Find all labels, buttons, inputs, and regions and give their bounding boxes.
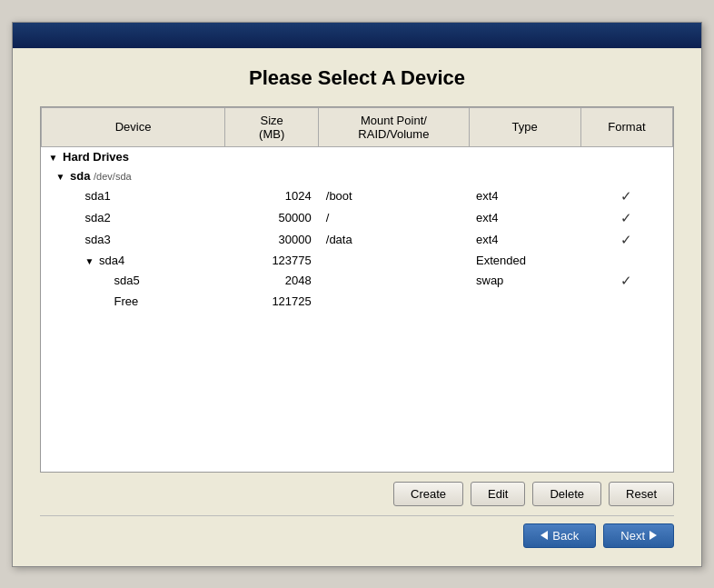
row-sda5[interactable]: sda5 2048 swap ✓ <box>42 270 673 292</box>
col-device: Device <box>42 107 225 146</box>
col-mount: Mount Point/RAID/Volume <box>319 107 469 146</box>
device-table: Device Size(MB) Mount Point/RAID/Volume … <box>41 107 673 311</box>
col-size: Size(MB) <box>225 107 319 146</box>
title-bar <box>13 23 701 48</box>
collapse-arrow-hard-drives: ▼ <box>49 153 58 163</box>
nav-bar: Back Next <box>40 515 674 552</box>
row-sda3[interactable]: sda3 30000 /data ext4 ✓ <box>42 229 673 251</box>
collapse-arrow-sda: ▼ <box>56 172 65 182</box>
main-window: Please Select A Device Device Size(MB) M… <box>12 22 702 567</box>
row-sda1[interactable]: sda1 1024 /boot ext4 ✓ <box>42 185 673 207</box>
row-sda2[interactable]: sda2 50000 / ext4 ✓ <box>42 207 673 229</box>
group-hard-drives[interactable]: ▼ Hard Drives <box>42 146 673 166</box>
edit-button[interactable]: Edit <box>471 482 525 506</box>
hard-drives-label: Hard Drives <box>63 150 129 164</box>
row-sda[interactable]: ▼ sda /dev/sda <box>42 166 673 185</box>
back-button[interactable]: Back <box>523 523 596 548</box>
next-button[interactable]: Next <box>603 523 674 548</box>
row-sda4[interactable]: ▼ sda4 123775 Extended <box>42 251 673 270</box>
collapse-arrow-sda4: ▼ <box>85 256 94 266</box>
sda-label: sda <box>70 169 90 183</box>
content-area: Please Select A Device Device Size(MB) M… <box>13 48 701 566</box>
create-button[interactable]: Create <box>393 482 463 506</box>
row-free[interactable]: Free 121725 <box>42 292 673 311</box>
col-format: Format <box>580 107 672 146</box>
col-type: Type <box>469 107 580 146</box>
back-arrow-icon <box>540 531 548 540</box>
page-title: Please Select A Device <box>40 66 674 90</box>
action-bar: Create Edit Delete Reset <box>40 473 674 512</box>
next-arrow-icon <box>650 531 657 540</box>
reset-button[interactable]: Reset <box>609 482 674 506</box>
device-table-container: Device Size(MB) Mount Point/RAID/Volume … <box>40 106 674 473</box>
delete-button[interactable]: Delete <box>532 482 601 506</box>
sda-sublabel: /dev/sda <box>94 171 132 182</box>
